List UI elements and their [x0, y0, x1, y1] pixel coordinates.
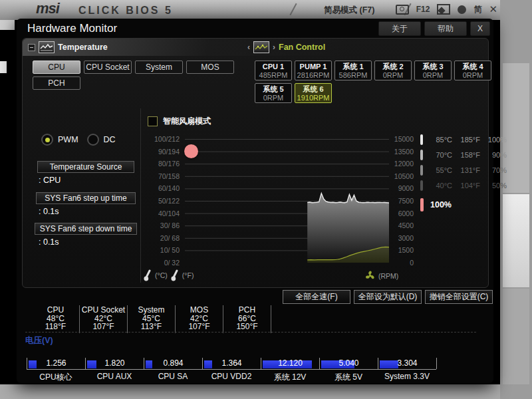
- temp-axis-label: 40/104: [158, 209, 180, 217]
- sensor-button-mos[interactable]: MOS: [186, 61, 234, 74]
- threshold-bar: [420, 180, 423, 191]
- celsius-unit-label: (°C): [155, 271, 168, 279]
- close-button[interactable]: X: [470, 21, 490, 36]
- fan-select-buttons: CPU 1485RPMPUMP 12816RPM系统 1586RPM系统 20R…: [255, 61, 491, 103]
- help-button[interactable]: 帮助: [424, 21, 467, 36]
- voltage-value: 5.040: [320, 358, 378, 368]
- fan-control-section-header: ‹ › Fan Control: [247, 41, 325, 53]
- set-all-default-button[interactable]: 全部设为默认(D): [354, 290, 422, 304]
- rpm-axis: 1500013500120001050090007500600045003000…: [392, 139, 414, 263]
- fan-button-3[interactable]: 系统 1586RPM: [334, 61, 372, 80]
- thermometer-icon: [171, 269, 179, 281]
- easy-mode-label: 简易模式 (F7): [324, 5, 374, 16]
- dc-radio[interactable]: [87, 134, 99, 146]
- temperature-graph-icon: [39, 41, 55, 53]
- sensor-button-system[interactable]: System: [135, 61, 183, 74]
- voltage-gauge: 1.820: [85, 358, 144, 370]
- threshold-row: 85°C185°F100%: [420, 134, 507, 145]
- globe-icon: [458, 5, 466, 14]
- f12-label: F12: [416, 5, 430, 14]
- voltage-cpu-aux: 1.820CPU AUX: [85, 358, 144, 383]
- voltage-cpu-vdd2: 1.364CPU VDD2: [202, 358, 261, 383]
- temp-axis-label: 10/ 50: [160, 246, 180, 254]
- decorative-slash: [289, 3, 297, 16]
- voltage-value: 3.304: [378, 358, 436, 368]
- temp-axis-label: 50/122: [158, 197, 180, 205]
- rpm-axis-label: 6000: [398, 209, 414, 217]
- bios-bottom-bar: [0, 384, 500, 399]
- rpm-axis-label: 0: [410, 259, 414, 267]
- fan-name: PUMP 1: [295, 62, 331, 71]
- fan-rpm-value: 485RPM: [255, 71, 291, 80]
- temperature-sensor-buttons: CPUCPU SocketSystemMOSPCH: [33, 61, 240, 90]
- threshold-bar: [420, 165, 423, 176]
- rpm-axis-label: 9000: [398, 184, 414, 192]
- fan-button-8[interactable]: 系统 61910RPM: [295, 83, 332, 103]
- fan-rpm-value: 0RPM: [375, 71, 411, 80]
- voltage-value: 1.364: [203, 358, 261, 368]
- fan-button-5[interactable]: 系统 30RPM: [414, 61, 452, 80]
- voltage-gauge: 1.364: [202, 358, 261, 370]
- sensor-name: System: [128, 306, 175, 315]
- next-section-icon[interactable]: ›: [273, 43, 275, 52]
- threshold-legend: 85°C185°F100%70°C158°F90%55°C131°F70%40°…: [420, 134, 507, 195]
- sensor-button-cpu[interactable]: CPU: [33, 61, 80, 74]
- temperature-readouts: CPU48°C118°FCPU Socket42°C107°FSystem45°…: [32, 305, 271, 333]
- threshold-fahrenheit: 158°F: [452, 151, 480, 159]
- window-buttons: 关于 帮助 X: [378, 21, 490, 36]
- temperature-source-button[interactable]: Temperature Source: [37, 161, 134, 173]
- voltage-系统-12v: 12.120系统 12V: [261, 358, 319, 383]
- fan-graph-icon: [253, 41, 269, 53]
- temperature-axis: 100/21290/19480/17670/15860/14050/12240/…: [141, 139, 181, 263]
- temp-axis-label: 20/ 68: [160, 234, 180, 242]
- fan-button-6[interactable]: 系统 40RPM: [454, 61, 491, 80]
- threshold-celsius: 85°C: [428, 136, 452, 144]
- threshold-duty: 50%: [480, 182, 507, 190]
- temp-axis-label: 70/158: [158, 172, 180, 180]
- hardware-monitor-window: Hardware Monitor 关于 帮助 X Temperature ‹ ›…: [17, 19, 493, 383]
- smart-fan-mode-checkbox[interactable]: [148, 116, 158, 126]
- pwm-radio[interactable]: [41, 134, 53, 146]
- voltage-cpu核心: 1.256CPU核心: [27, 358, 85, 383]
- sensor-button-pch[interactable]: PCH: [33, 76, 80, 90]
- rpm-axis-label: 1500: [398, 246, 414, 254]
- fan-button-4[interactable]: 系统 20RPM: [374, 61, 412, 80]
- fan-control-section-title: Fan Control: [279, 43, 325, 52]
- temperature-units: (°C) (°F): [144, 269, 194, 281]
- bios-close-icon: ✕: [489, 3, 497, 15]
- fan-button-7[interactable]: 系统 50RPM: [255, 83, 292, 103]
- step-up-time-button[interactable]: SYS Fan6 step up time: [36, 192, 136, 204]
- voltage-end-tick: [436, 358, 437, 369]
- window-title: Hardware Monitor: [27, 22, 117, 35]
- sensor-button-cpu-socket[interactable]: CPU Socket: [84, 61, 132, 74]
- full-speed-button[interactable]: 全部全速(F): [283, 290, 350, 304]
- voltage-value: 0.894: [144, 358, 202, 368]
- voltage-cpu-sa: 0.894CPU SA: [144, 358, 202, 383]
- fan-rpm-value: 0RPM: [455, 71, 491, 80]
- about-button[interactable]: 关于: [378, 21, 421, 36]
- msi-logo: msi: [36, 0, 59, 17]
- rpm-axis-label: 7500: [398, 197, 414, 205]
- threshold-row: 70°C158°F90%: [420, 149, 507, 160]
- fan-button-1[interactable]: CPU 1485RPM: [255, 61, 292, 80]
- collapse-icon[interactable]: [28, 44, 35, 51]
- voltage-value: 1.256: [27, 358, 85, 368]
- fan-mode-radios: PWM DC: [41, 134, 120, 146]
- threshold-duty: 70%: [480, 166, 507, 174]
- voltage-label: CPU SA: [144, 372, 202, 381]
- threshold-celsius: 55°C: [428, 166, 452, 174]
- fan-rpm-value: 2816RPM: [295, 71, 331, 80]
- voltage-system-3-3v: 3.304System 3.3V: [378, 358, 436, 383]
- screenshot-icon: [396, 5, 409, 15]
- sensor-name: PCH: [223, 306, 271, 315]
- fan-speed-slider-handle[interactable]: [184, 144, 198, 158]
- prev-section-icon[interactable]: ‹: [247, 43, 250, 52]
- step-down-time-button[interactable]: SYS Fan6 step down time: [35, 223, 137, 235]
- temperature-section-title: Temperature: [58, 43, 108, 52]
- temp-readout-system: System45°C113°F: [128, 305, 176, 333]
- undo-all-settings-button[interactable]: 撤销全部设置(C): [425, 290, 493, 304]
- duty-bar: [420, 198, 424, 211]
- fan-button-2[interactable]: PUMP 12816RPM: [295, 61, 332, 80]
- action-buttons-row: 全部全速(F)全部设为默认(D)撤销全部设置(C): [283, 290, 493, 304]
- threshold-celsius: 40°C: [428, 182, 452, 190]
